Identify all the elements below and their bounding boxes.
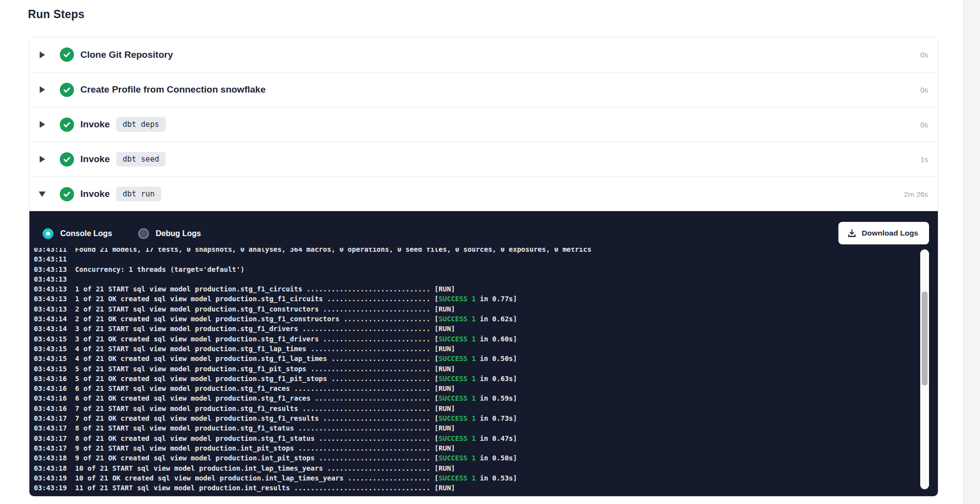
- log-timestamp: 03:43:13: [34, 305, 67, 313]
- chevron-right-icon[interactable]: [38, 51, 46, 58]
- console-logs-label: Console Logs: [60, 229, 112, 238]
- log-message: 5 of 21 START sql view model production.…: [67, 365, 434, 373]
- log-status: [RUN]: [435, 305, 455, 313]
- debug-logs-radio[interactable]: Debug Logs: [138, 228, 201, 239]
- step-row[interactable]: Invokedbt deps0s: [29, 107, 938, 142]
- log-timestamp: 03:43:11: [34, 255, 67, 263]
- chevron-right-icon[interactable]: [38, 121, 46, 128]
- step-label: Clone Git Repository: [80, 49, 173, 60]
- step-row[interactable]: Invokedbt run2m 26s: [29, 176, 938, 211]
- log-tabs: Console Logs Debug Logs: [43, 228, 201, 239]
- log-message: 11 of 21 START sql view model production…: [67, 484, 434, 492]
- status-success-icon: [60, 48, 74, 62]
- log-status: [RUN]: [435, 345, 455, 353]
- step-row[interactable]: Clone Git Repository0s: [29, 37, 938, 72]
- log-timestamp: 03:43:16: [34, 384, 67, 392]
- log-message: 3 of 21 START sql view model production.…: [67, 325, 434, 333]
- run-steps-card: Clone Git Repository0sCreate Profile fro…: [29, 37, 938, 497]
- log-line: 03:43:11 Found 21 models, 17 tests, 0 sn…: [34, 248, 938, 254]
- log-message: 6 of 21 START sql view model production.…: [67, 384, 434, 392]
- debug-logs-label: Debug Logs: [156, 229, 201, 238]
- step-label: Invoke: [80, 189, 110, 199]
- chevron-down-icon[interactable]: [38, 192, 46, 197]
- log-status: [SUCCESS 1 in 0.62s]: [435, 315, 517, 323]
- download-logs-button[interactable]: Download Logs: [838, 222, 929, 244]
- chevron-right-icon[interactable]: [38, 86, 46, 93]
- log-message: 8 of 21 OK created sql view model produc…: [67, 434, 434, 442]
- log-timestamp: 03:43:17: [34, 414, 67, 422]
- log-timestamp: 03:43:15: [34, 365, 67, 373]
- log-message: 1 of 21 OK created sql view model produc…: [67, 295, 434, 303]
- log-timestamp: 03:43:17: [34, 434, 67, 442]
- log-message: [67, 275, 75, 283]
- step-label: Create Profile from Connection snowflake: [80, 84, 266, 95]
- log-line: 03:43:17 8 of 21 OK created sql view mod…: [34, 433, 938, 443]
- log-line: 03:43:16 5 of 21 OK created sql view mod…: [34, 374, 938, 384]
- log-line: 03:43:13 1 of 21 START sql view model pr…: [34, 284, 938, 294]
- log-line: 03:43:15 4 of 21 OK created sql view mod…: [34, 354, 938, 363]
- log-line: 03:43:18 9 of 21 OK created sql view mod…: [34, 453, 938, 463]
- log-line: 03:43:17 7 of 21 OK created sql view mod…: [34, 413, 938, 423]
- console-logs-radio[interactable]: Console Logs: [43, 228, 112, 239]
- step-duration: 0s: [920, 86, 928, 94]
- status-success-icon: [60, 152, 74, 167]
- log-line: 03:43:13 1 of 21 OK created sql view mod…: [34, 294, 938, 304]
- log-status: [RUN]: [435, 424, 455, 432]
- log-line: 03:43:14 2 of 21 OK created sql view mod…: [34, 314, 938, 324]
- log-timestamp: 03:43:16: [34, 375, 67, 383]
- log-message: 8 of 21 START sql view model production.…: [67, 424, 434, 432]
- log-status: [SUCCESS 1 in 0.77s]: [435, 295, 517, 303]
- log-line: 03:43:19 11 of 21 START sql view model p…: [34, 483, 938, 493]
- log-status: [SUCCESS 1 in 0.47s]: [435, 434, 517, 442]
- log-timestamp: 03:43:19: [34, 474, 67, 482]
- status-success-icon: [60, 187, 74, 201]
- log-timestamp: 03:43:13: [34, 265, 67, 273]
- log-line: 03:43:16 6 of 21 START sql view model pr…: [34, 384, 938, 393]
- log-timestamp: 03:43:14: [34, 315, 67, 323]
- log-message: 3 of 21 OK created sql view model produc…: [67, 335, 434, 343]
- log-message: [67, 255, 75, 263]
- log-message: 1 of 21 START sql view model production.…: [67, 285, 434, 293]
- log-timestamp: 03:43:17: [34, 424, 67, 432]
- step-duration: 1s: [920, 155, 928, 164]
- log-timestamp: 03:43:14: [34, 325, 67, 333]
- log-message: 4 of 21 OK created sql view model produc…: [67, 355, 434, 362]
- log-status: [SUCCESS 1 in 0.50s]: [435, 355, 517, 362]
- log-line: 03:43:16 6 of 21 OK created sql view mod…: [34, 393, 938, 403]
- log-message: 6 of 21 OK created sql view model produc…: [67, 394, 434, 402]
- status-success-icon: [60, 118, 74, 132]
- log-line: 03:43:17 8 of 21 START sql view model pr…: [34, 423, 938, 433]
- log-status: [SUCCESS 1 in 0.50s]: [435, 454, 517, 462]
- log-message: 9 of 21 OK created sql view model produc…: [67, 454, 434, 462]
- log-timestamp: 03:43:17: [34, 444, 67, 452]
- chevron-right-icon[interactable]: [38, 156, 46, 163]
- step-label: Invoke: [80, 119, 110, 130]
- console-log-viewport[interactable]: 03:43:11 Found 21 models, 17 tests, 0 sn…: [29, 248, 938, 497]
- log-status: [SUCCESS 1 in 0.59s]: [435, 394, 517, 402]
- console-log-lines: 03:43:11 Found 21 models, 17 tests, 0 sn…: [34, 248, 938, 493]
- log-status: [RUN]: [435, 484, 455, 492]
- step-command-badge: dbt deps: [116, 117, 166, 132]
- log-message: Found 21 models, 17 tests, 0 snapshots, …: [67, 248, 591, 253]
- step-row[interactable]: Invokedbt seed1s: [29, 142, 938, 176]
- log-status: [SUCCESS 1 in 0.73s]: [435, 414, 517, 422]
- log-line: 03:43:13: [34, 274, 938, 284]
- log-line: 03:43:19 10 of 21 OK created sql view mo…: [34, 473, 938, 483]
- log-line: 03:43:15 4 of 21 START sql view model pr…: [34, 344, 938, 354]
- step-duration: 0s: [920, 50, 928, 59]
- log-timestamp: 03:43:18: [34, 464, 67, 472]
- log-line: 03:43:14 3 of 21 START sql view model pr…: [34, 324, 938, 334]
- page-title: Run Steps: [28, 8, 85, 21]
- log-scrollbar-track[interactable]: [920, 249, 929, 489]
- log-status: [SUCCESS 1 in 0.60s]: [435, 335, 517, 343]
- log-message: 2 of 21 START sql view model production.…: [67, 305, 434, 313]
- log-scrollbar-thumb[interactable]: [922, 291, 928, 385]
- step-label: Invoke: [80, 154, 110, 165]
- log-status: [RUN]: [435, 285, 455, 293]
- step-row[interactable]: Create Profile from Connection snowflake…: [29, 72, 938, 107]
- download-icon: [847, 229, 857, 238]
- log-timestamp: 03:43:13: [34, 275, 67, 283]
- log-message: 7 of 21 OK created sql view model produc…: [67, 414, 434, 422]
- log-line: 03:43:13 Concurrency: 1 threads (target=…: [34, 264, 938, 274]
- log-timestamp: 03:43:16: [34, 394, 67, 402]
